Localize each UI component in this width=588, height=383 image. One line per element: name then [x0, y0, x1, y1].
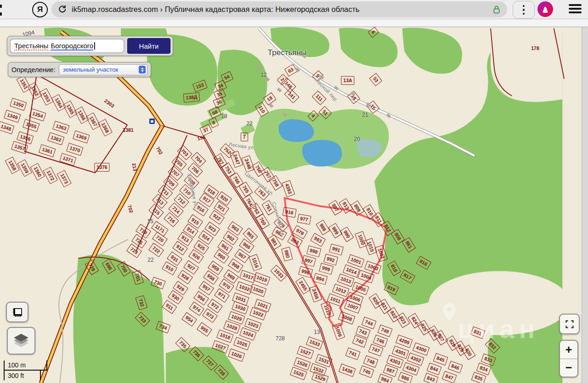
forest-area [402, 28, 462, 74]
area-label: 22 [244, 119, 254, 128]
parcel-label[interactable]: 7 [241, 133, 248, 141]
area-label: 21 [360, 111, 370, 119]
hamburger-bar [569, 8, 582, 10]
alice-assistant-icon[interactable] [537, 1, 553, 17]
search-query-word: Трестьяны [14, 42, 48, 51]
kebab-dot [523, 13, 525, 15]
ruler-icon [11, 307, 23, 318]
fullscreen-button[interactable] [559, 314, 580, 334]
area-label: 20 [352, 135, 362, 143]
clearing-area [429, 271, 570, 335]
settlement-label: Трестьяны [268, 48, 306, 57]
parcel-label[interactable]: 13А [341, 76, 354, 85]
page-top-strip [0, 19, 588, 27]
hamburger-bar [569, 4, 582, 6]
parcel-label[interactable]: 1381 [122, 127, 134, 133]
select-chevrons-icon [139, 66, 146, 73]
area-label: 13 [312, 328, 322, 336]
layers-button[interactable] [7, 327, 35, 355]
clearing-area [491, 28, 562, 102]
pond [302, 140, 342, 167]
scale-imperial: 300 ft [4, 371, 41, 380]
address-bar[interactable]: ik5map.roscadastres.com › Публичная када… [51, 1, 507, 17]
browser-toolbar: Я ik5map.roscadastres.com › Публичная ка… [0, 0, 588, 19]
parcel-label[interactable]: 178 [531, 45, 540, 51]
map-base-layer [0, 27, 588, 383]
search-input[interactable]: Трестьяны Богородского [10, 39, 124, 53]
zoom-controls: + − [559, 340, 578, 377]
search-panel: Трестьяны Богородского Найти [7, 36, 173, 56]
bus-stop-icon [149, 118, 155, 124]
area-label: 22 [146, 256, 155, 264]
kebab-dot [523, 5, 525, 7]
zoom-in-button[interactable]: + [560, 341, 577, 359]
measure-tool-button[interactable] [6, 302, 28, 322]
yandex-logo[interactable]: Я [32, 2, 48, 17]
filter-panel: Определение: земельный участок [8, 62, 151, 77]
window-edge-mark [0, 5, 2, 8]
window-edge-mark [0, 12, 2, 16]
layers-icon [11, 332, 31, 350]
parcel-label[interactable]: 1376 [94, 163, 109, 172]
filter-label: Определение: [11, 66, 56, 73]
url-text: ik5map.roscadastres.com › Публичная када… [72, 5, 360, 14]
browser-menu-button[interactable] [513, 1, 535, 19]
cadastral-map-canvas[interactable]: 1094135113521353136413651366136713681350… [0, 27, 588, 383]
hamburger-bar [569, 11, 582, 13]
search-button[interactable]: Найти [127, 38, 170, 54]
search-query-word: Богородского [51, 42, 93, 51]
fullscreen-icon [565, 320, 574, 329]
map-right-scroll-strip[interactable] [582, 27, 588, 383]
refresh-icon[interactable] [58, 5, 67, 14]
scale-metric: 100 m [4, 360, 47, 371]
area-label: 728 [274, 334, 287, 343]
select-value: земельный участок [63, 66, 139, 73]
lock-icon [492, 5, 501, 14]
parcel-label[interactable]: 138Д [183, 92, 200, 102]
text-cursor [94, 42, 95, 50]
hamburger-menu-icon[interactable] [569, 4, 582, 13]
forest-area [339, 28, 398, 67]
object-type-select[interactable]: земельный участок [59, 64, 147, 75]
scale-bar: 100 m 300 ft [4, 360, 47, 380]
area-label: 18 [219, 112, 229, 120]
kebab-dot [523, 9, 525, 11]
zoom-out-button[interactable]: − [560, 359, 577, 377]
